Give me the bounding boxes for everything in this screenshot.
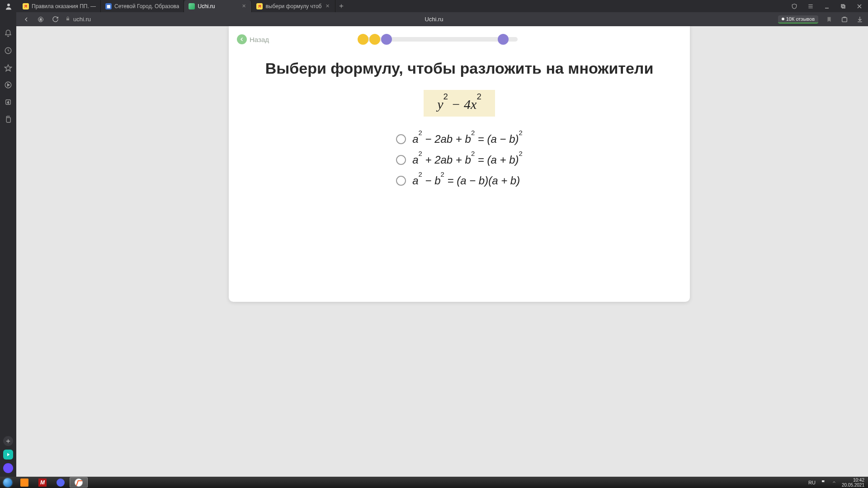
tab-title: Uchi.ru (198, 3, 238, 9)
back-nav-icon[interactable] (22, 15, 31, 24)
taskbar-app-media[interactable] (15, 477, 33, 488)
chevron-left-icon (237, 34, 247, 44)
maximize-button[interactable] (838, 1, 848, 11)
taskbar-app-discord[interactable] (52, 477, 70, 488)
tab-title: выбери формулу чтоб (265, 3, 321, 9)
lesson-card: Назад Выбери формулу, чтобы разложить на… (229, 26, 690, 302)
input-lang[interactable]: RU (808, 480, 816, 485)
sidebar-add-icon[interactable]: ＋ (3, 436, 13, 446)
reload-icon[interactable] (51, 15, 60, 24)
address-bar-row: Я uchi.ru Uchi.ru 10К отзывов (0, 12, 868, 26)
svg-point-0 (7, 4, 10, 6)
answer-option-2[interactable]: a2 + 2ab + b2 = (a + b)2 (396, 154, 523, 166)
page-title-center: Uchi.ru (425, 16, 443, 23)
reviews-label: 10К отзывов (786, 16, 815, 22)
card-header: Назад (229, 26, 690, 44)
system-tray: RU 10:42 20.05.2021 (808, 478, 868, 488)
address-bar[interactable]: uchi.ru (65, 16, 91, 23)
svg-marker-21 (7, 453, 10, 456)
yandex-browser-icon (75, 479, 83, 487)
question-text: Выбери формулу, чтобы разложить на множи… (229, 60, 690, 77)
lesson-progress (359, 37, 518, 42)
bookmark-icon[interactable] (825, 15, 834, 24)
lock-icon (65, 16, 71, 23)
back-label: Назад (250, 36, 269, 43)
discord-icon (57, 479, 65, 487)
extensions-icon[interactable] (840, 15, 849, 24)
radio-icon (396, 134, 406, 144)
collections-icon[interactable]: 4 (3, 97, 13, 107)
start-button[interactable] (0, 477, 15, 488)
tab-title: Сетевой Город. Образова (114, 3, 179, 9)
progress-step-1 (358, 34, 368, 45)
close-button[interactable] (854, 1, 864, 11)
answer-options: a2 − 2ab + b2 = (a − b)2 a2 + 2ab + b2 =… (396, 133, 523, 187)
history-icon[interactable] (3, 46, 13, 56)
favicon-yandex-icon: Я (256, 3, 263, 9)
tray-chevron-icon[interactable] (832, 480, 836, 485)
answer-option-1[interactable]: a2 − 2ab + b2 = (a − b)2 (396, 133, 523, 145)
radio-icon (396, 155, 406, 165)
taskbar: M RU 10:42 20.05.2021 (0, 477, 868, 488)
browser-chrome: Я Правила оказания ПП. — ▦ Сетевой Город… (0, 0, 868, 26)
yandex-services-icon[interactable]: Я (36, 15, 45, 24)
progress-step-2 (369, 34, 380, 45)
svg-rect-11 (66, 19, 69, 21)
bell-icon[interactable] (3, 28, 13, 38)
favicon-yandex-icon: Я (23, 3, 29, 9)
sidebar-app1-icon[interactable] (3, 450, 13, 460)
clock-time: 10:42 (842, 478, 864, 483)
tab-close-icon[interactable]: ✕ (324, 3, 330, 9)
taskbar-app-browser[interactable] (70, 477, 88, 488)
tab-close-icon[interactable]: ✕ (241, 3, 247, 9)
tab-strip: Я Правила оказания ПП. — ▦ Сетевой Город… (0, 0, 868, 12)
window-controls (789, 0, 868, 12)
media-player-icon (20, 479, 28, 487)
system-clock[interactable]: 10:42 20.05.2021 (842, 478, 864, 488)
windows-orb-icon (3, 478, 12, 487)
tab-2-active[interactable]: Uchi.ru ✕ (184, 0, 252, 12)
svg-rect-5 (841, 5, 844, 7)
svg-text:Я: Я (40, 18, 42, 21)
m-app-icon: M (38, 479, 47, 487)
minimize-button[interactable] (822, 1, 832, 11)
svg-rect-6 (842, 5, 845, 8)
svg-rect-20 (6, 117, 10, 122)
profile-icon[interactable] (4, 1, 14, 11)
copy-icon[interactable] (3, 114, 13, 124)
progress-step-4 (498, 34, 509, 45)
option-formula: a2 − 2ab + b2 = (a − b)2 (412, 133, 523, 145)
svg-rect-12 (842, 18, 847, 22)
tab-0[interactable]: Я Правила оказания ПП. — (18, 0, 101, 12)
url-host: uchi.ru (73, 16, 91, 23)
svg-marker-17 (8, 84, 10, 86)
expression-box: y2 − 4x2 (424, 90, 495, 117)
radio-icon (396, 176, 406, 186)
play-circle-icon[interactable] (3, 80, 13, 90)
svg-marker-15 (5, 65, 12, 71)
dot-icon (782, 18, 784, 20)
menu-icon[interactable] (806, 1, 816, 11)
answer-option-3[interactable]: a2 − b2 = (a − b)(a + b) (396, 174, 523, 187)
reviews-badge[interactable]: 10К отзывов (778, 15, 818, 23)
clock-date: 20.05.2021 (842, 483, 864, 488)
progress-step-3 (381, 34, 392, 45)
tab-3[interactable]: Я выбери формулу чтоб ✕ (252, 0, 335, 12)
shield-icon[interactable] (789, 1, 799, 11)
svg-text:4: 4 (7, 101, 9, 104)
downloads-icon[interactable] (855, 15, 864, 24)
browser-sidebar: 4 ＋ (0, 12, 16, 477)
progress-track (359, 37, 518, 42)
star-icon[interactable] (3, 63, 13, 73)
tab-1[interactable]: ▦ Сетевой Город. Образова (101, 0, 184, 12)
option-formula: a2 + 2ab + b2 = (a + b)2 (412, 154, 523, 166)
tray-flag-icon[interactable] (821, 479, 826, 486)
lesson-back-button[interactable]: Назад (237, 34, 269, 44)
sidebar-app2-icon[interactable] (3, 463, 13, 473)
new-tab-button[interactable]: ＋ (335, 0, 347, 12)
page-viewport: Назад Выбери формулу, чтобы разложить на… (16, 26, 868, 477)
tab-title: Правила оказания ПП. — (32, 3, 96, 9)
addr-right: 10К отзывов (778, 15, 864, 24)
taskbar-app-m[interactable]: M (33, 477, 52, 488)
favicon-sgo-icon: ▦ (105, 3, 112, 9)
